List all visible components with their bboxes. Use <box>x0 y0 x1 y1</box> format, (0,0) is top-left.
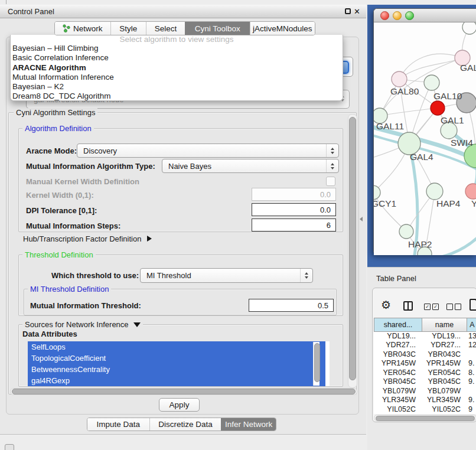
cyni-algorithm-settings-title: Cyni Algorithm Settings <box>14 108 97 117</box>
float-panel-button[interactable] <box>345 8 351 14</box>
data-attribute-item[interactable]: BetweennessCentrality <box>28 364 325 375</box>
hub-definition-section[interactable]: Hub/Transcription Factor Definition <box>23 232 152 245</box>
collapse-arrow-icon[interactable] <box>133 322 141 327</box>
table-cell: YBL079W <box>422 387 467 396</box>
table-cell: YDR27... <box>374 341 422 350</box>
app-root: Control Panel ✕ Network Style Select Cyn… <box>0 0 476 450</box>
tab-discretize-data-label: Discretize Data <box>158 420 213 429</box>
table-cell: 9. <box>467 396 476 405</box>
tab-impute-data[interactable]: Impute Data <box>87 418 149 431</box>
kernel-width-field[interactable]: 0.0 <box>252 188 336 201</box>
which-threshold-label: Which threshold to use: <box>51 268 139 283</box>
tab-discretize-data[interactable]: Discretize Data <box>149 418 221 431</box>
control-panel-titlebar: Control Panel <box>0 5 366 18</box>
tab-style-label: Style <box>119 24 137 33</box>
dpi-tolerance-field[interactable]: 0.0 <box>252 203 336 216</box>
network-window-titlebar[interactable] <box>374 9 476 22</box>
settings-vscrollbar-thumb[interactable] <box>349 117 356 380</box>
window-close-light[interactable] <box>380 11 389 20</box>
split-columns-icon[interactable] <box>403 301 413 311</box>
data-attribute-item[interactable]: gal4RGexp <box>28 375 325 386</box>
sources-group-title-row[interactable]: Sources for Network Inference <box>22 320 143 329</box>
tab-select[interactable]: Select <box>146 22 185 35</box>
table-row[interactable]: YDR27...YDR27...12 <box>374 341 476 350</box>
window-zoom-light[interactable] <box>405 11 414 20</box>
attributes-vscrollbar-thumb[interactable] <box>314 343 320 382</box>
table-row[interactable]: YBR045CYBR045C9. <box>374 377 476 386</box>
mi-threshold-group: MI Threshold Definition Mutual Informati… <box>24 289 337 315</box>
algorithm-option[interactable]: Basic Correlation Inference <box>11 53 343 63</box>
settings-hscrollbar-thumb[interactable] <box>12 389 356 394</box>
aracne-mode-label: Aracne Mode: <box>26 144 77 158</box>
table-row[interactable]: YBR043CYBR043C <box>374 350 476 359</box>
which-threshold-combo[interactable]: MI Threshold <box>140 268 313 283</box>
mi-threshold-label: Mutual Information Threshold: <box>30 299 141 312</box>
algorithm-option[interactable]: ARACNE Algorithm <box>11 63 343 73</box>
manual-kernel-checkbox[interactable] <box>326 177 335 186</box>
table-cell: YPR145W <box>374 359 422 368</box>
data-attributes-list: SelfLoopsTopologicalCoefficientBetweenne… <box>28 341 330 386</box>
network-node-label: GAL4 <box>410 152 433 162</box>
network-node-label: Y <box>471 198 476 208</box>
apply-button[interactable]: Apply <box>159 398 200 412</box>
splitpane-collapse-arrow[interactable] <box>360 217 363 221</box>
network-edge <box>380 108 438 116</box>
network-node[interactable] <box>424 75 439 90</box>
table-hscrollbar[interactable] <box>374 415 476 421</box>
table-cell: YBR045C <box>422 377 467 386</box>
show-checked-columns-icon[interactable]: ✓ ✓ <box>424 304 439 310</box>
tab-jactivemnodules-label: jActiveMNodules <box>253 24 312 33</box>
hide-columns-icon[interactable] <box>446 304 461 310</box>
expand-arrow-icon[interactable] <box>147 236 152 242</box>
algorithm-option[interactable]: Bayesian – K2 <box>11 82 343 92</box>
control-panel-title: Control Panel <box>8 7 54 16</box>
gear-icon[interactable]: ⚙ <box>381 299 391 311</box>
tab-network[interactable]: Network <box>55 22 110 35</box>
combo-spinner-icon <box>300 269 312 282</box>
close-panel-icon[interactable]: ✕ <box>354 8 360 15</box>
export-table-icon[interactable] <box>470 299 476 311</box>
settings-vscrollbar[interactable] <box>348 114 357 388</box>
network-node[interactable] <box>465 184 476 199</box>
column-header-shared-name[interactable]: shared... <box>374 318 422 332</box>
data-attribute-item[interactable]: SelfLoops <box>28 341 325 353</box>
table-row[interactable]: YPR145WYPR145W9. <box>374 359 476 368</box>
network-node[interactable] <box>462 22 476 34</box>
network-node[interactable] <box>392 71 407 87</box>
tab-style[interactable]: Style <box>110 22 146 35</box>
table-hscrollbar-thumb[interactable] <box>376 416 475 421</box>
minimized-panel-icon[interactable] <box>5 444 14 450</box>
settings-hscrollbar[interactable] <box>10 388 357 395</box>
algorithm-option[interactable]: Bayesian – Hill Climbing <box>11 44 343 53</box>
mi-steps-field[interactable]: 6 <box>252 219 336 231</box>
table-cell: YER054C <box>374 369 422 377</box>
network-node[interactable] <box>426 183 443 200</box>
data-attribute-item[interactable]: TopologicalCoefficient <box>28 353 325 364</box>
tab-cyni-toolbox[interactable]: Cyni Toolbox <box>185 22 250 35</box>
mi-type-combo[interactable]: Naive Bayes <box>162 159 339 173</box>
algorithm-option[interactable]: Dream8 DC_TDC Algorithm <box>11 92 343 101</box>
table-cell: 9 <box>467 405 476 414</box>
attributes-vscrollbar[interactable] <box>313 342 319 386</box>
mi-threshold-field[interactable]: 0.5 <box>249 299 334 312</box>
table-row[interactable]: YLR345WYLR345W9. <box>374 396 476 405</box>
network-node-label: GAL10 <box>433 91 462 101</box>
table-row[interactable]: YDL19...YDL19...13 <box>374 332 476 341</box>
table-row[interactable]: YBL079WYBL079W <box>374 387 476 396</box>
tab-jactivemnodules[interactable]: jActiveMNodules <box>250 22 315 35</box>
column-header-name[interactable]: name <box>422 318 467 332</box>
table-row[interactable]: YER054CYER054C8. <box>374 369 476 377</box>
network-node[interactable] <box>399 224 413 239</box>
algorithm-option[interactable]: Mutual Information Inference <box>11 73 343 82</box>
table-row[interactable]: YIL052CYIL052C9 <box>374 405 476 414</box>
tab-infer-network[interactable]: Infer Network <box>221 418 276 431</box>
network-canvas[interactable]: GALGAL80GAL10GAL11GAL1SWI4GAL4GCY1HAP4YH… <box>374 22 476 255</box>
mi-threshold-group-title: MI Threshold Definition <box>28 285 111 294</box>
cyni-algorithm-settings-group: Cyni Algorithm Settings Algorithm Defini… <box>8 112 357 394</box>
table-cell: YBR045C <box>374 377 422 386</box>
aracne-mode-combo[interactable]: Discovery <box>77 144 339 158</box>
column-header-next[interactable]: A <box>467 318 476 332</box>
network-node[interactable] <box>374 185 380 200</box>
network-node[interactable] <box>431 101 445 115</box>
window-minimize-light[interactable] <box>393 11 402 20</box>
